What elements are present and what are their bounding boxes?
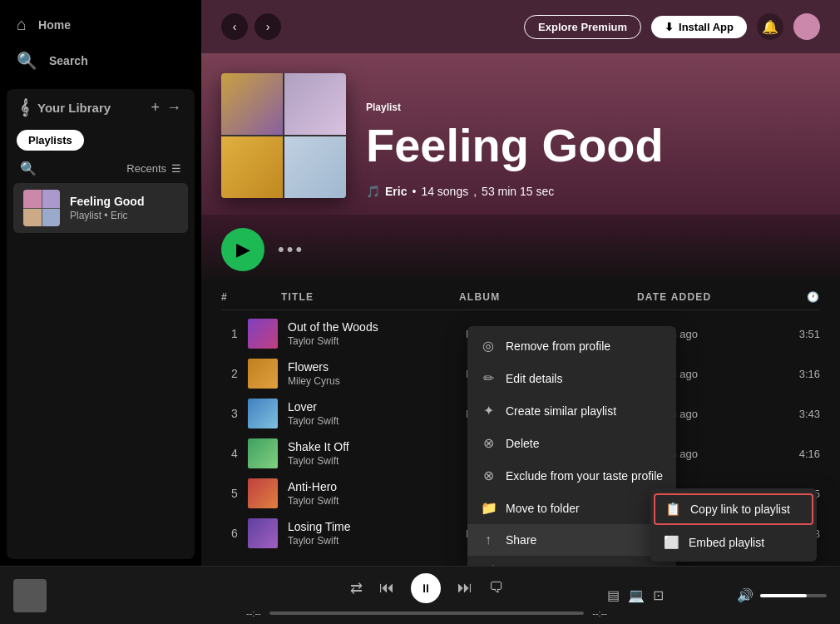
submenu-embed[interactable]: ⬜ Embed playlist [650,527,817,558]
share-item-left: ↑ Share [481,532,536,547]
submenu-copy-label: Copy link to playlist [690,503,790,516]
track-title-4: Shake It Off [288,440,452,453]
track-duration-2: 3:16 [754,368,820,380]
queue-icon[interactable]: ▤ [607,587,620,603]
track-artist-6: Taylor Swift [288,535,452,547]
playlists-filter-chip[interactable]: Playlists [17,130,84,151]
col-date: Date added [637,291,754,303]
track-artist-1: Taylor Swift [288,335,452,347]
track-info-4: Shake It Off Taylor Swift [281,440,459,467]
submenu-embed-label: Embed playlist [689,536,764,549]
miniplayer-icon[interactable]: ⊡ [653,587,664,603]
context-menu-edit[interactable]: ✏ Edit details [467,362,676,394]
track-num-6: 6 [221,527,248,540]
install-app-button[interactable]: ⬇ Install App [651,16,747,38]
prev-button[interactable]: ⏮ [379,579,394,597]
nav-arrows: ‹ › [221,13,281,40]
track-title-3: Lover [288,400,452,414]
col-album: Album [459,291,637,303]
col-title: Title [281,291,459,303]
track-title-2: Flowers [288,360,452,374]
now-playing [13,579,246,612]
sidebar-item-search-label: Search [49,54,88,67]
current-time: --:-- [246,608,261,618]
playlist-item-feeling-good[interactable]: Feeling Good Playlist • Eric [13,183,188,233]
cover-cell-1 [221,73,283,135]
context-menu-move-label: Move to folder [506,502,580,515]
total-time: --:-- [592,608,607,618]
track-info-1: Out of the Woods Taylor Swift [281,320,459,347]
cover-cell-3 [221,136,283,198]
track-num-5: 5 [221,487,248,500]
sidebar-item-home[interactable]: ⌂ Home [7,7,195,42]
volume-icon[interactable]: 🔊 [737,587,754,603]
repeat-button[interactable]: 🗨 [489,579,504,597]
context-menu-share-label: Share [506,533,536,547]
context-menu-exclude[interactable]: ⊗ Exclude from your taste profile [467,459,676,492]
thumb-cell-3 [23,209,42,227]
hero-playlist-title: Feeling Good [366,120,820,171]
track-num-4: 4 [221,447,248,460]
devices-icon[interactable]: 💻 [628,587,645,603]
home-icon: ⌂ [17,15,27,34]
track-info-6: Losing Time Taylor Swift [281,520,459,547]
context-menu-remove[interactable]: ◎ Remove from profile [467,329,676,362]
explore-premium-button[interactable]: Explore Premium [524,15,641,39]
share-submenu: 📋 Copy link to playlist ⬜ Embed playlist [650,488,817,562]
main-content: ‹ › Explore Premium ⬇ Install App 🔔 [201,0,840,566]
now-playing-thumb [13,579,47,612]
context-menu-share[interactable]: ↑ Share › [467,524,676,556]
hero-section: Playlist Feeling Good 🎵 Eric • 14 songs … [201,53,840,215]
track-title-5: Anti-Hero [288,480,452,493]
context-menu-move[interactable]: 📁 Move to folder › [467,492,676,524]
volume-bar[interactable] [760,594,827,597]
back-button[interactable]: ‹ [221,13,248,40]
bottom-bar: ⇄ ⏮ ⏸ ⏭ 🗨 --:-- --:-- ▤ 💻 ⊡ 🔊 [0,566,840,624]
share-icon: ↑ [481,532,496,547]
next-button[interactable]: ⏭ [457,579,472,597]
play-pause-button[interactable]: ⏸ [411,573,441,603]
progress-track[interactable] [269,612,585,615]
sidebar-item-search[interactable]: 🔍 Search [7,42,195,79]
progress-bar: --:-- --:-- [246,608,607,618]
hero-owner[interactable]: Eric [385,185,407,198]
context-menu-desktop-label: Open in Desktop app [506,566,615,567]
context-menu-exclude-label: Exclude from your taste profile [506,469,663,483]
submenu-copy-link[interactable]: 📋 Copy link to playlist [654,493,813,525]
track-thumb-6 [248,518,278,548]
recents-label: Recents ☰ [126,162,181,175]
library-panel: 𝄞 Your Library + → Playlists 🔍 Recents ☰ [7,89,195,559]
playlist-thumbnail [23,190,60,226]
sidebar-nav: ⌂ Home 🔍 Search [0,0,201,82]
copy-icon: 📋 [665,502,680,517]
context-menu-open-desktop[interactable]: 🎵 Open in Desktop app [467,556,676,566]
cover-cell-4 [284,136,346,198]
track-num-1: 1 [221,327,248,340]
shuffle-button[interactable]: ⇄ [350,579,363,597]
notifications-button[interactable]: 🔔 [757,13,783,40]
play-button[interactable]: ▶ [221,228,264,271]
forward-button[interactable]: › [254,13,281,40]
expand-library-button[interactable]: → [166,99,181,116]
move-item-left: 📁 Move to folder [481,500,580,516]
track-duration-3: 3:43 [754,408,820,420]
more-options-button[interactable]: ••• [278,239,304,260]
volume-controls: 🔊 [677,587,827,603]
search-icon: 🔍 [17,51,37,71]
track-artist-3: Taylor Swift [288,415,452,427]
context-menu-similar[interactable]: ✦ Create similar playlist [467,394,676,427]
library-search-icon[interactable]: 🔍 [20,161,37,176]
add-library-button[interactable]: + [151,99,160,116]
edit-icon: ✏ [481,370,496,386]
user-avatar[interactable] [793,13,820,40]
track-info-2: Flowers Miley Cyrus [281,360,459,387]
filter-row: Playlists [7,126,195,157]
hero-meta: 🎵 Eric • 14 songs , 53 min 15 sec [366,185,820,198]
embed-icon: ⬜ [664,535,679,550]
library-title-label: Your Library [37,101,111,115]
thumb-cell-1 [23,190,42,208]
right-controls: ▤ 💻 ⊡ 🔊 [607,587,827,603]
desktop-icon: 🎵 [481,564,496,566]
track-thumb-5 [248,478,278,508]
context-menu-delete[interactable]: ⊗ Delete [467,427,676,459]
